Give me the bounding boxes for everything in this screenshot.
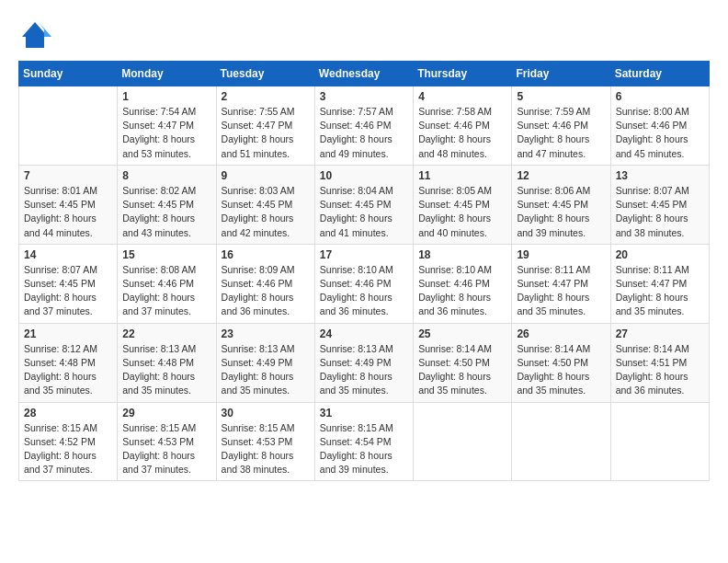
page-header [18, 18, 710, 52]
calendar-day-cell: 28Sunrise: 8:15 AM Sunset: 4:52 PM Dayli… [19, 402, 118, 481]
calendar-day-cell: 29Sunrise: 8:15 AM Sunset: 4:53 PM Dayli… [118, 402, 216, 481]
day-number: 31 [320, 407, 408, 419]
day-info: Sunrise: 8:09 AM Sunset: 4:46 PM Dayligh… [222, 263, 310, 319]
calendar-day-cell: 2Sunrise: 7:55 AM Sunset: 4:47 PM Daylig… [216, 86, 314, 166]
calendar-day-cell: 6Sunrise: 8:00 AM Sunset: 4:46 PM Daylig… [610, 86, 709, 166]
calendar-day-cell [610, 402, 709, 481]
day-info: Sunrise: 8:14 AM Sunset: 4:51 PM Dayligh… [616, 342, 704, 398]
calendar-day-cell: 20Sunrise: 8:11 AM Sunset: 4:47 PM Dayli… [610, 244, 709, 323]
day-number: 20 [616, 248, 704, 261]
calendar-header-cell: Sunday [19, 62, 118, 86]
calendar-day-cell [512, 402, 610, 481]
day-number: 25 [418, 327, 506, 340]
svg-marker-0 [22, 22, 48, 48]
logo-icon [18, 18, 51, 52]
calendar-day-cell: 12Sunrise: 8:06 AM Sunset: 4:45 PM Dayli… [512, 165, 610, 244]
day-info: Sunrise: 7:58 AM Sunset: 4:46 PM Dayligh… [418, 105, 506, 161]
calendar-header-row: SundayMondayTuesdayWednesdayThursdayFrid… [19, 62, 710, 86]
day-number: 15 [122, 248, 210, 261]
day-info: Sunrise: 8:10 AM Sunset: 4:46 PM Dayligh… [418, 263, 506, 319]
day-number: 7 [24, 169, 112, 182]
day-info: Sunrise: 8:13 AM Sunset: 4:48 PM Dayligh… [122, 342, 210, 398]
day-number: 16 [222, 248, 310, 261]
day-number: 29 [122, 407, 210, 419]
day-number: 1 [122, 90, 210, 103]
calendar-day-cell: 23Sunrise: 8:13 AM Sunset: 4:49 PM Dayli… [216, 323, 314, 402]
day-number: 6 [616, 90, 704, 103]
day-info: Sunrise: 8:13 AM Sunset: 4:49 PM Dayligh… [222, 342, 310, 398]
day-number: 17 [320, 248, 408, 261]
day-info: Sunrise: 8:15 AM Sunset: 4:53 PM Dayligh… [222, 421, 310, 477]
calendar-day-cell: 21Sunrise: 8:12 AM Sunset: 4:48 PM Dayli… [19, 323, 118, 402]
calendar-day-cell: 10Sunrise: 8:04 AM Sunset: 4:45 PM Dayli… [314, 165, 413, 244]
day-number: 9 [222, 169, 310, 182]
day-info: Sunrise: 8:11 AM Sunset: 4:47 PM Dayligh… [517, 263, 605, 319]
calendar-week-row: 28Sunrise: 8:15 AM Sunset: 4:52 PM Dayli… [19, 402, 710, 481]
calendar-day-cell [414, 402, 512, 481]
day-info: Sunrise: 8:14 AM Sunset: 4:50 PM Dayligh… [418, 342, 506, 398]
day-number: 21 [24, 327, 112, 340]
day-info: Sunrise: 8:01 AM Sunset: 4:45 PM Dayligh… [24, 184, 112, 240]
calendar-week-row: 14Sunrise: 8:07 AM Sunset: 4:45 PM Dayli… [19, 244, 710, 323]
day-number: 19 [517, 248, 605, 261]
calendar-day-cell: 19Sunrise: 8:11 AM Sunset: 4:47 PM Dayli… [512, 244, 610, 323]
day-info: Sunrise: 8:06 AM Sunset: 4:45 PM Dayligh… [517, 184, 605, 240]
calendar-day-cell: 30Sunrise: 8:15 AM Sunset: 4:53 PM Dayli… [216, 402, 314, 481]
day-info: Sunrise: 8:15 AM Sunset: 4:53 PM Dayligh… [122, 421, 210, 477]
calendar-header-cell: Thursday [414, 62, 512, 86]
day-number: 14 [24, 248, 112, 261]
day-number: 13 [616, 169, 704, 182]
day-info: Sunrise: 8:12 AM Sunset: 4:48 PM Dayligh… [24, 342, 112, 398]
calendar-day-cell: 7Sunrise: 8:01 AM Sunset: 4:45 PM Daylig… [19, 165, 118, 244]
calendar-day-cell: 16Sunrise: 8:09 AM Sunset: 4:46 PM Dayli… [216, 244, 314, 323]
day-info: Sunrise: 8:03 AM Sunset: 4:45 PM Dayligh… [222, 184, 310, 240]
calendar-day-cell: 15Sunrise: 8:08 AM Sunset: 4:46 PM Dayli… [118, 244, 216, 323]
calendar-day-cell: 3Sunrise: 7:57 AM Sunset: 4:46 PM Daylig… [314, 86, 413, 166]
calendar-body: 1Sunrise: 7:54 AM Sunset: 4:47 PM Daylig… [19, 86, 710, 481]
day-info: Sunrise: 8:07 AM Sunset: 4:45 PM Dayligh… [616, 184, 704, 240]
day-info: Sunrise: 8:00 AM Sunset: 4:46 PM Dayligh… [616, 105, 704, 161]
calendar-header-cell: Saturday [610, 62, 709, 86]
calendar-day-cell: 9Sunrise: 8:03 AM Sunset: 4:45 PM Daylig… [216, 165, 314, 244]
day-number: 10 [320, 169, 408, 182]
calendar-week-row: 1Sunrise: 7:54 AM Sunset: 4:47 PM Daylig… [19, 86, 710, 166]
calendar-day-cell: 22Sunrise: 8:13 AM Sunset: 4:48 PM Dayli… [118, 323, 216, 402]
day-number: 28 [24, 407, 112, 419]
calendar-day-cell: 11Sunrise: 8:05 AM Sunset: 4:45 PM Dayli… [414, 165, 512, 244]
day-info: Sunrise: 7:54 AM Sunset: 4:47 PM Dayligh… [122, 105, 210, 161]
day-info: Sunrise: 7:57 AM Sunset: 4:46 PM Dayligh… [320, 105, 408, 161]
calendar-header-cell: Monday [118, 62, 216, 86]
logo [18, 18, 57, 52]
day-number: 11 [418, 169, 506, 182]
day-number: 26 [517, 327, 605, 340]
day-number: 2 [222, 90, 310, 103]
day-info: Sunrise: 8:15 AM Sunset: 4:52 PM Dayligh… [24, 421, 112, 477]
day-info: Sunrise: 8:14 AM Sunset: 4:50 PM Dayligh… [517, 342, 605, 398]
day-info: Sunrise: 8:11 AM Sunset: 4:47 PM Dayligh… [616, 263, 704, 319]
day-info: Sunrise: 8:05 AM Sunset: 4:45 PM Dayligh… [418, 184, 506, 240]
calendar-day-cell: 31Sunrise: 8:15 AM Sunset: 4:54 PM Dayli… [314, 402, 413, 481]
day-info: Sunrise: 8:15 AM Sunset: 4:54 PM Dayligh… [320, 421, 408, 477]
calendar-day-cell: 25Sunrise: 8:14 AM Sunset: 4:50 PM Dayli… [414, 323, 512, 402]
calendar-header-cell: Tuesday [216, 62, 314, 86]
day-number: 5 [517, 90, 605, 103]
day-info: Sunrise: 8:10 AM Sunset: 4:46 PM Dayligh… [320, 263, 408, 319]
day-number: 3 [320, 90, 408, 103]
day-info: Sunrise: 8:04 AM Sunset: 4:45 PM Dayligh… [320, 184, 408, 240]
calendar-day-cell: 27Sunrise: 8:14 AM Sunset: 4:51 PM Dayli… [610, 323, 709, 402]
day-number: 27 [616, 327, 704, 340]
calendar-day-cell: 24Sunrise: 8:13 AM Sunset: 4:49 PM Dayli… [314, 323, 413, 402]
calendar-day-cell: 18Sunrise: 8:10 AM Sunset: 4:46 PM Dayli… [414, 244, 512, 323]
calendar-week-row: 7Sunrise: 8:01 AM Sunset: 4:45 PM Daylig… [19, 165, 710, 244]
day-number: 4 [418, 90, 506, 103]
calendar-week-row: 21Sunrise: 8:12 AM Sunset: 4:48 PM Dayli… [19, 323, 710, 402]
day-number: 23 [222, 327, 310, 340]
calendar-table: SundayMondayTuesdayWednesdayThursdayFrid… [18, 61, 710, 481]
calendar-day-cell: 4Sunrise: 7:58 AM Sunset: 4:46 PM Daylig… [414, 86, 512, 166]
calendar-day-cell: 26Sunrise: 8:14 AM Sunset: 4:50 PM Dayli… [512, 323, 610, 402]
day-number: 24 [320, 327, 408, 340]
calendar-header-cell: Friday [512, 62, 610, 86]
calendar-day-cell: 17Sunrise: 8:10 AM Sunset: 4:46 PM Dayli… [314, 244, 413, 323]
day-number: 18 [418, 248, 506, 261]
day-info: Sunrise: 8:13 AM Sunset: 4:49 PM Dayligh… [320, 342, 408, 398]
